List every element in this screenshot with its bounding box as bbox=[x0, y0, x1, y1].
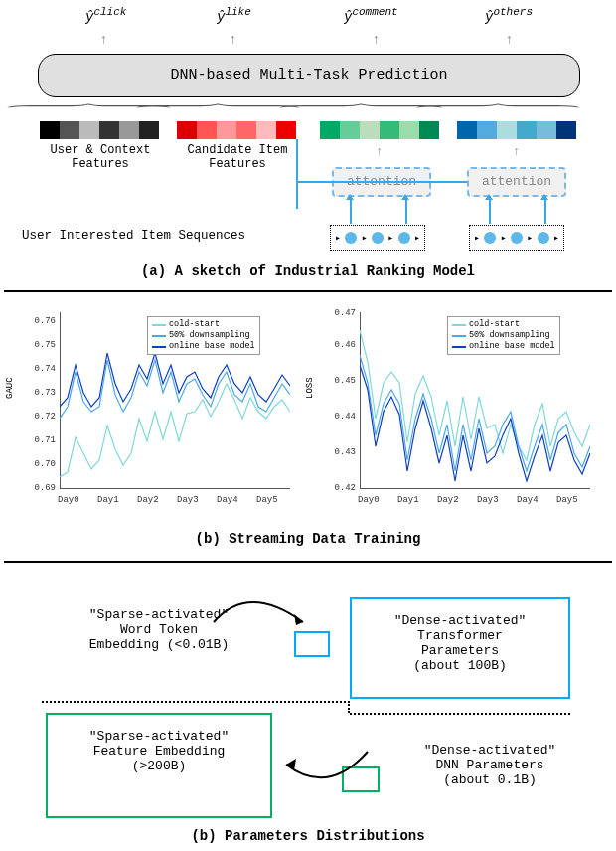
attention-box: attention bbox=[467, 167, 566, 197]
arrowhead-icon bbox=[401, 194, 409, 200]
ytick: 0.72 bbox=[22, 412, 56, 422]
xtick: Day3 bbox=[177, 495, 199, 505]
connector-line bbox=[296, 139, 298, 209]
caption-c: (b) Parameters Distributions bbox=[0, 828, 616, 844]
brace-row: ︷ ︷ ︷ ︷ bbox=[38, 97, 578, 119]
xtick: Day1 bbox=[97, 495, 119, 505]
chart-legend: cold-start 50% downsampling online base … bbox=[447, 316, 560, 355]
output-click: ŷclick bbox=[85, 6, 126, 25]
curved-arrow-icon bbox=[209, 588, 318, 637]
dotted-separator bbox=[350, 713, 570, 715]
legend-entry: 50% downsampling bbox=[469, 330, 550, 341]
feature-block-green bbox=[320, 121, 439, 139]
ytick: 0.73 bbox=[22, 388, 56, 398]
user-seq-box: ▸▸▸▸ bbox=[330, 225, 425, 251]
output-others: ŷothers bbox=[485, 6, 533, 25]
xtick: Day5 bbox=[256, 495, 278, 505]
ytick: 0.69 bbox=[22, 483, 56, 493]
ytick: 0.44 bbox=[322, 412, 356, 422]
section-divider bbox=[4, 290, 612, 292]
feature-block-user-context bbox=[40, 121, 159, 139]
ytick: 0.43 bbox=[322, 447, 356, 457]
legend-entry: online base model bbox=[169, 341, 255, 352]
ytick: 0.42 bbox=[322, 483, 356, 493]
feature-label-user-context: User & ContextFeatures bbox=[36, 143, 165, 171]
feature-blocks-row bbox=[0, 121, 616, 141]
arrow-up-icon: ↑ bbox=[505, 32, 513, 48]
xtick: Day0 bbox=[58, 495, 79, 505]
xtick: Day2 bbox=[137, 495, 159, 505]
chart-legend: cold-start 50% downsampling online base … bbox=[147, 316, 260, 355]
seq-label: User Interested Item Sequences bbox=[22, 229, 245, 243]
xtick: Day4 bbox=[217, 495, 238, 505]
arrow-up-icon: ↑ bbox=[99, 32, 107, 48]
connector-line bbox=[405, 196, 407, 224]
legend-entry: online base model bbox=[469, 341, 555, 352]
feature-block-blue bbox=[457, 121, 576, 139]
output-comment: ŷcomment bbox=[344, 6, 398, 25]
xtick: Day0 bbox=[358, 495, 380, 505]
ytick: 0.46 bbox=[322, 340, 356, 350]
legend-entry: 50% downsampling bbox=[169, 330, 250, 341]
section-a-diagram: ŷclick ŷlike ŷcomment ŷothers ↑ ↑ ↑ ↑ DN… bbox=[0, 0, 616, 288]
section-divider bbox=[4, 561, 612, 563]
curved-arrow-icon bbox=[278, 747, 378, 796]
legend-entry: cold-start bbox=[169, 319, 220, 330]
sparse-feature-box: "Sparse-activated"Feature Embedding(>200… bbox=[46, 713, 272, 818]
arrow-up-icon: ↑ bbox=[372, 32, 380, 48]
ytick: 0.70 bbox=[22, 459, 56, 469]
caption-b: (b) Streaming Data Training bbox=[0, 531, 616, 547]
section-c-params: "Sparse-activated"Word TokenEmbedding (<… bbox=[0, 572, 616, 850]
arrowhead-icon bbox=[485, 194, 493, 200]
dense-transformer-box: "Dense-activated"TransformerParameters(a… bbox=[350, 597, 570, 699]
xtick: Day4 bbox=[517, 495, 539, 505]
arrow-up-icon: ↑ bbox=[229, 32, 236, 48]
feature-label-candidate-item: Candidate ItemFeatures bbox=[173, 143, 302, 171]
output-like: ŷlike bbox=[217, 6, 251, 25]
feature-block-candidate-item bbox=[177, 121, 296, 139]
connector-line bbox=[544, 196, 546, 224]
connector-line bbox=[296, 181, 467, 183]
xtick: Day5 bbox=[556, 495, 578, 505]
ytick: 0.76 bbox=[22, 316, 56, 326]
dnn-multitask-box: DNN-based Multi-Task Prediction bbox=[38, 54, 580, 97]
dense-dnn-label: "Dense-activated"DNN Parameters(about 0.… bbox=[395, 743, 584, 787]
ytick: 0.47 bbox=[322, 308, 356, 318]
arrow-up-icon: ↑ bbox=[513, 144, 521, 159]
chart-loss: LOSS cold-start 50% downsampling online … bbox=[318, 304, 596, 513]
section-b-charts: GAUC cold-start 50% downsampling online … bbox=[0, 298, 616, 582]
xtick: Day1 bbox=[397, 495, 419, 505]
dotted-separator bbox=[348, 701, 350, 713]
caption-a: (a) A sketch of Industrial Ranking Model bbox=[0, 263, 616, 279]
connector-line bbox=[489, 196, 491, 224]
ytick: 0.75 bbox=[22, 340, 56, 350]
chart-gauc: GAUC cold-start 50% downsampling online … bbox=[18, 304, 296, 513]
xtick: Day2 bbox=[437, 495, 459, 505]
ylabel: LOSS bbox=[305, 377, 315, 399]
ytick: 0.71 bbox=[22, 435, 56, 445]
ytick: 0.45 bbox=[322, 376, 356, 386]
arrowhead-icon bbox=[540, 194, 548, 200]
dotted-separator bbox=[42, 701, 350, 703]
arrowhead-icon bbox=[346, 194, 354, 200]
legend-entry: cold-start bbox=[469, 319, 520, 330]
svg-marker-0 bbox=[294, 614, 303, 625]
arrow-up-icon: ↑ bbox=[376, 144, 384, 159]
connector-line bbox=[350, 196, 352, 224]
ylabel: GAUC bbox=[5, 377, 15, 399]
ytick: 0.74 bbox=[22, 364, 56, 374]
xtick: Day3 bbox=[477, 495, 499, 505]
user-seq-box: ▸▸▸▸ bbox=[469, 225, 564, 251]
